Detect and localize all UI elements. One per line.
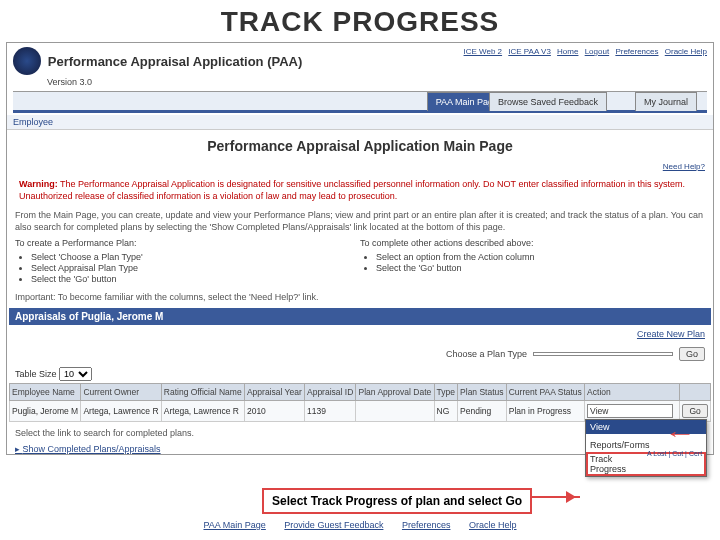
top-nav-links: ICE Web 2 ICE PAA V3 Home Logout Prefere… xyxy=(460,47,707,56)
tab-my-journal[interactable]: My Journal xyxy=(635,92,697,111)
cell-approval xyxy=(356,400,434,421)
warning-label: Warning: xyxy=(19,179,58,189)
cell-type: NG xyxy=(434,400,458,421)
section-header: Appraisals of Puglia, Jerome M xyxy=(9,308,711,325)
col1-heading: To create a Performance Plan: xyxy=(15,238,360,248)
col2-heading: To complete other actions described abov… xyxy=(360,238,705,248)
btm-main[interactable]: PAA Main Page xyxy=(203,520,265,530)
col-status: Plan Status xyxy=(458,383,507,400)
col-owner: Current Owner xyxy=(81,383,161,400)
cell-owner: Artega, Lawrence R xyxy=(81,400,161,421)
need-help-link[interactable]: Need Help? xyxy=(7,162,713,171)
col1-item: Select 'Choose a Plan Type' xyxy=(31,252,360,262)
link-home[interactable]: Home xyxy=(557,47,578,56)
bottom-nav: PAA Main Page Provide Guest Feedback Pre… xyxy=(0,520,720,530)
warning-text: The Performance Appraisal Application is… xyxy=(19,179,685,201)
dd-aside: A Lost | Cut | Cert xyxy=(647,450,702,457)
col-create-plan: To create a Performance Plan: Select 'Ch… xyxy=(15,238,360,286)
go-button-row[interactable]: Go xyxy=(682,404,707,418)
cell-action: View View Reports/Forms A Lost | Cut | C… xyxy=(585,400,680,421)
cell-id: 1139 xyxy=(304,400,356,421)
col-action: Action xyxy=(585,383,680,400)
col-type: Type xyxy=(434,383,458,400)
app-title: Performance Appraisal Application (PAA) xyxy=(48,54,303,69)
table-size-label: Table Size xyxy=(15,369,57,379)
important-note: Important: To become familiar with the c… xyxy=(15,292,705,302)
intro-text: From the Main Page, you can create, upda… xyxy=(15,210,705,233)
link-oraclehelp[interactable]: Oracle Help xyxy=(665,47,707,56)
col-ro: Rating Official Name xyxy=(161,383,244,400)
link-logout[interactable]: Logout xyxy=(585,47,609,56)
instruction-callout: Select Track Progress of plan and select… xyxy=(262,488,532,514)
col-id: Appraisal ID xyxy=(304,383,356,400)
appraisals-table: Employee Name Current Owner Rating Offic… xyxy=(9,383,711,422)
cell-ro: Artega, Lawrence R xyxy=(161,400,244,421)
btm-help[interactable]: Oracle Help xyxy=(469,520,517,530)
app-header: Performance Appraisal Application (PAA) … xyxy=(7,43,713,115)
create-new-plan-link[interactable]: Create New Plan xyxy=(637,329,705,339)
page-title: Performance Appraisal Application Main P… xyxy=(7,138,713,154)
link-iceweb[interactable]: ICE Web 2 xyxy=(464,47,503,56)
instruction-columns: To create a Performance Plan: Select 'Ch… xyxy=(15,238,705,286)
col2-item: Select the 'Go' button xyxy=(376,263,705,273)
col2-item: Select an option from the Action column xyxy=(376,252,705,262)
go-button-plan[interactable]: Go xyxy=(679,347,705,361)
cell-status: Pending xyxy=(458,400,507,421)
create-plan-row: Create New Plan xyxy=(7,325,713,343)
warning-box: Warning: The Performance Appraisal Appli… xyxy=(15,175,705,206)
btm-feedback[interactable]: Provide Guest Feedback xyxy=(284,520,383,530)
btm-pref[interactable]: Preferences xyxy=(402,520,451,530)
col-other-actions: To complete other actions described abov… xyxy=(360,238,705,286)
tab-bar: PAA Main Page Browse Saved Feedback My J… xyxy=(13,91,707,113)
col1-item: Select Appraisal Plan Type xyxy=(31,263,360,273)
col1-item: Select the 'Go' button xyxy=(31,274,360,284)
action-dropdown[interactable]: View xyxy=(587,404,673,418)
slide-title: TRACK PROGRESS xyxy=(0,6,720,38)
app-window: Performance Appraisal Application (PAA) … xyxy=(6,42,714,455)
link-icepaa[interactable]: ICE PAA V3 xyxy=(508,47,551,56)
arrow-icon: ← xyxy=(664,422,696,445)
cell-paa: Plan in Progress xyxy=(506,400,584,421)
table-row: Puglia, Jerome M Artega, Lawrence R Arte… xyxy=(10,400,711,421)
col-paa: Current PAA Status xyxy=(506,383,584,400)
table-size-control: Table Size 10 xyxy=(15,367,705,381)
sub-nav-employee[interactable]: Employee xyxy=(7,115,713,130)
col-emp: Employee Name xyxy=(10,383,81,400)
table-size-select[interactable]: 10 xyxy=(59,367,92,381)
col-year: Appraisal Year xyxy=(244,383,304,400)
link-preferences[interactable]: Preferences xyxy=(615,47,658,56)
agency-seal-icon xyxy=(13,47,41,75)
tab-saved-feedback[interactable]: Browse Saved Feedback xyxy=(489,92,607,111)
plan-type-row: Choose a Plan Type Go xyxy=(7,343,713,365)
plan-type-dropdown[interactable] xyxy=(533,352,673,356)
col-approval: Plan Approval Date xyxy=(356,383,434,400)
cell-year: 2010 xyxy=(244,400,304,421)
app-version: Version 3.0 xyxy=(47,77,707,87)
cell-emp: Puglia, Jerome M xyxy=(10,400,81,421)
choose-plan-label: Choose a Plan Type xyxy=(446,349,527,359)
